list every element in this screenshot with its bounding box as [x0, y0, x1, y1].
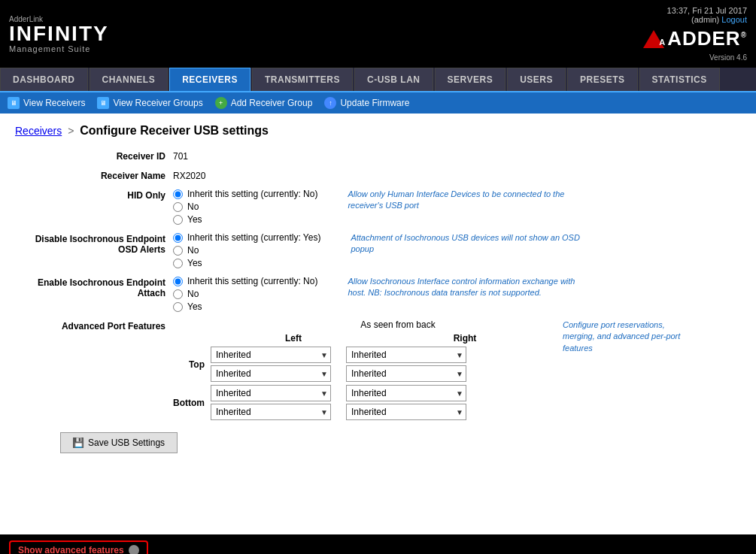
form-section: Receiver ID 701 Receiver Name RX2020 HID…: [15, 150, 692, 453]
disable-iso-row: Disable Isochronous EndpointOSD Alerts I…: [15, 232, 692, 268]
bottom-left-top-select[interactable]: Inherited: [211, 385, 331, 401]
version-text: Version 4.6: [709, 53, 747, 62]
hid-yes-option[interactable]: Yes: [173, 214, 317, 225]
receiver-name-row: Receiver Name RX2020: [15, 169, 692, 181]
enable-iso-inherit-label: Inherit this setting (currently: No): [187, 276, 317, 286]
enable-iso-no-option[interactable]: No: [173, 289, 317, 299]
suite-text: Management Suite: [9, 44, 109, 53]
bottom-left-top-wrapper: Inherited ▼: [211, 385, 331, 401]
top-right-bottom-select[interactable]: Inherited: [346, 365, 466, 382]
top-left-bottom-select[interactable]: Inherited: [211, 365, 331, 382]
disable-iso-yes-label: Yes: [187, 258, 202, 268]
port-bottom-row: Bottom Inherited ▼ Inherited ▼: [173, 385, 548, 420]
show-advanced-section: Show advanced features: [0, 534, 756, 554]
hid-inherit-option[interactable]: Inherit this setting (currently: No): [173, 189, 317, 199]
hid-only-help: Allow only Human Interface Devices to be…: [348, 189, 588, 212]
disable-iso-radio-group: Inherit this setting (currently: Yes) No…: [173, 232, 320, 268]
breadcrumb-sep: >: [68, 125, 74, 137]
tab-receivers[interactable]: RECEIVERS: [169, 68, 250, 91]
disable-iso-inherit-option[interactable]: Inherit this setting (currently: Yes): [173, 232, 320, 243]
tab-transmitters[interactable]: TRANSMITTERS: [252, 68, 353, 91]
hid-inherit-label: Inherit this setting (currently: No): [187, 189, 317, 199]
subnav-view-receivers[interactable]: 🖥 View Receivers: [8, 97, 85, 109]
header-right: 13:37, Fri 21 Jul 2017 (admin) Logout A …: [643, 6, 747, 62]
subnav-view-groups-label: View Receiver Groups: [113, 98, 202, 108]
hid-yes-radio[interactable]: [173, 215, 183, 225]
enable-iso-help: Allow Isochronous Interface control info…: [348, 276, 588, 299]
advanced-port-help: Configure port reservations, merging, an…: [563, 319, 692, 354]
tab-channels[interactable]: CHANNELS: [90, 68, 169, 91]
footer: Show advanced features Primary AIM ('192…: [0, 534, 756, 554]
top-right-top-select[interactable]: Inherited: [346, 347, 466, 363]
disable-iso-yes-radio[interactable]: [173, 259, 183, 268]
hid-no-option[interactable]: No: [173, 201, 317, 212]
enable-iso-no-radio[interactable]: [173, 289, 183, 299]
subnav-update-firmware[interactable]: ↑ Update Firmware: [324, 97, 409, 109]
top-row-label: Top: [173, 359, 211, 370]
enable-iso-yes-option[interactable]: Yes: [173, 301, 317, 312]
subnav-add-receiver-group[interactable]: + Add Receiver Group: [215, 97, 313, 109]
infinity-brand: INFINITY: [9, 23, 109, 44]
as-seen-label: As seen from back: [248, 319, 548, 330]
tab-statistics[interactable]: STATISTICS: [639, 68, 720, 91]
tab-cusb-lan[interactable]: C-USB LAN: [354, 68, 433, 91]
port-features-content: As seen from back Left Right Top Inherit…: [173, 319, 548, 420]
show-advanced-circle-icon: [129, 545, 139, 554]
hid-only-row: HID Only Inherit this setting (currently…: [15, 189, 692, 225]
monitor-icon: 🖥: [8, 97, 20, 109]
subnav-view-receiver-groups[interactable]: 🖥 View Receiver Groups: [97, 97, 202, 109]
top-left-top-select[interactable]: Inherited: [211, 347, 331, 363]
bottom-right-bottom-wrapper: Inherited ▼: [346, 404, 466, 420]
show-advanced-box[interactable]: Show advanced features: [9, 540, 148, 554]
disable-iso-label: Disable Isochronous EndpointOSD Alerts: [15, 232, 173, 256]
bottom-right-top-wrapper: Inherited ▼: [346, 385, 466, 401]
firmware-icon: ↑: [324, 97, 336, 109]
sub-nav: 🖥 View Receivers 🖥 View Receiver Groups …: [0, 92, 756, 114]
receiver-name-label: Receiver Name: [15, 169, 173, 181]
port-col-headers: Left Right: [173, 333, 548, 344]
top-left-dropdowns: Inherited ▼ Inherited ▼: [211, 347, 331, 382]
logout-link[interactable]: Logout: [721, 15, 747, 24]
enable-iso-inherit-radio[interactable]: [173, 277, 183, 286]
tab-servers[interactable]: SERVERS: [435, 68, 506, 91]
breadcrumb-parent[interactable]: Receivers: [15, 125, 62, 137]
bottom-right-bottom-select[interactable]: Inherited: [346, 404, 466, 420]
disable-iso-inherit-label: Inherit this setting (currently: Yes): [187, 232, 320, 243]
subnav-firmware-label: Update Firmware: [340, 98, 409, 108]
enable-iso-inherit-option[interactable]: Inherit this setting (currently: No): [173, 276, 317, 286]
top-right-top-wrapper: Inherited ▼: [346, 347, 466, 363]
group-icon: 🖥: [97, 97, 109, 109]
hid-only-label: HID Only: [15, 189, 173, 201]
bottom-row-label: Bottom: [173, 398, 211, 408]
disable-iso-no-label: No: [187, 245, 199, 256]
enable-iso-yes-label: Yes: [187, 301, 202, 312]
subnav-view-receivers-label: View Receivers: [23, 98, 85, 108]
tab-users[interactable]: USERS: [507, 68, 566, 91]
tab-presets[interactable]: PRESETS: [567, 68, 638, 91]
top-left-top-wrapper: Inherited ▼: [211, 347, 331, 363]
save-usb-settings-button[interactable]: 💾 Save USB Settings: [60, 432, 178, 453]
adder-a-letter: A: [659, 38, 665, 47]
top-left-bottom-wrapper: Inherited ▼: [211, 365, 331, 382]
enable-iso-yes-radio[interactable]: [173, 302, 183, 312]
bottom-left-bottom-select[interactable]: Inherited: [211, 404, 331, 420]
disable-iso-inherit-radio[interactable]: [173, 233, 183, 243]
disable-iso-yes-option[interactable]: Yes: [173, 258, 320, 268]
disable-iso-no-radio[interactable]: [173, 246, 183, 256]
bottom-right-top-select[interactable]: Inherited: [346, 385, 466, 401]
adder-logo: A ADDER®: [643, 27, 747, 50]
receiver-name-value: RX2020: [173, 169, 205, 181]
disable-iso-no-option[interactable]: No: [173, 245, 320, 256]
port-top-row: Top Inherited ▼ Inherited ▼: [173, 347, 548, 382]
nav-tabs: DASHBOARD CHANNELS RECEIVERS TRANSMITTER…: [0, 68, 756, 92]
advanced-port-label: Advanced Port Features: [15, 319, 173, 331]
show-advanced-text: Show advanced features: [18, 545, 124, 554]
adder-text: ADDER®: [667, 27, 747, 50]
hid-inherit-radio[interactable]: [173, 189, 183, 199]
advanced-port-row: Advanced Port Features As seen from back…: [15, 319, 692, 420]
header-time: 13:37, Fri 21 Jul 2017 (admin) Logout: [667, 6, 747, 24]
receiver-id-label: Receiver ID: [15, 150, 173, 162]
tab-dashboard[interactable]: DASHBOARD: [0, 68, 88, 91]
save-disk-icon: 💾: [73, 437, 83, 448]
hid-no-radio[interactable]: [173, 202, 183, 212]
